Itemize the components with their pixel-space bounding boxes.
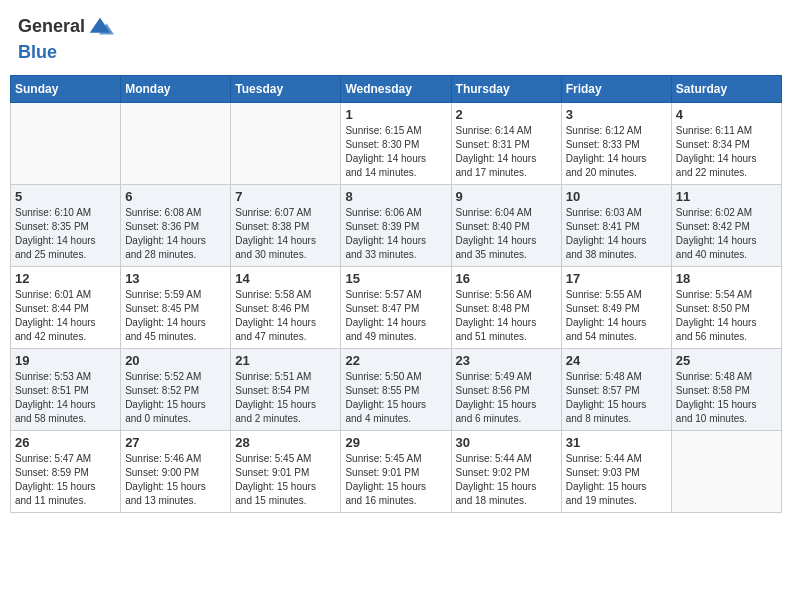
day-number: 13 — [125, 271, 226, 286]
calendar-cell: 14Sunrise: 5:58 AMSunset: 8:46 PMDayligh… — [231, 267, 341, 349]
day-info: Sunrise: 5:47 AMSunset: 8:59 PMDaylight:… — [15, 452, 116, 508]
day-header-wednesday: Wednesday — [341, 76, 451, 103]
calendar-cell: 26Sunrise: 5:47 AMSunset: 8:59 PMDayligh… — [11, 431, 121, 513]
calendar-cell: 3Sunrise: 6:12 AMSunset: 8:33 PMDaylight… — [561, 103, 671, 185]
calendar-week-3: 12Sunrise: 6:01 AMSunset: 8:44 PMDayligh… — [11, 267, 782, 349]
calendar-cell — [11, 103, 121, 185]
calendar-cell: 30Sunrise: 5:44 AMSunset: 9:02 PMDayligh… — [451, 431, 561, 513]
day-number: 11 — [676, 189, 777, 204]
day-number: 24 — [566, 353, 667, 368]
calendar-cell: 21Sunrise: 5:51 AMSunset: 8:54 PMDayligh… — [231, 349, 341, 431]
day-number: 10 — [566, 189, 667, 204]
day-info: Sunrise: 6:15 AMSunset: 8:30 PMDaylight:… — [345, 124, 446, 180]
day-info: Sunrise: 5:50 AMSunset: 8:55 PMDaylight:… — [345, 370, 446, 426]
day-info: Sunrise: 6:03 AMSunset: 8:41 PMDaylight:… — [566, 206, 667, 262]
calendar-cell: 31Sunrise: 5:44 AMSunset: 9:03 PMDayligh… — [561, 431, 671, 513]
day-number: 16 — [456, 271, 557, 286]
day-info: Sunrise: 5:48 AMSunset: 8:57 PMDaylight:… — [566, 370, 667, 426]
calendar-week-1: 1Sunrise: 6:15 AMSunset: 8:30 PMDaylight… — [11, 103, 782, 185]
day-number: 4 — [676, 107, 777, 122]
day-info: Sunrise: 6:11 AMSunset: 8:34 PMDaylight:… — [676, 124, 777, 180]
day-number: 19 — [15, 353, 116, 368]
calendar-cell: 17Sunrise: 5:55 AMSunset: 8:49 PMDayligh… — [561, 267, 671, 349]
day-number: 17 — [566, 271, 667, 286]
logo: General Blue — [18, 14, 114, 63]
day-info: Sunrise: 5:57 AMSunset: 8:47 PMDaylight:… — [345, 288, 446, 344]
calendar-cell: 9Sunrise: 6:04 AMSunset: 8:40 PMDaylight… — [451, 185, 561, 267]
calendar-cell — [231, 103, 341, 185]
day-info: Sunrise: 5:45 AMSunset: 9:01 PMDaylight:… — [235, 452, 336, 508]
calendar-cell: 13Sunrise: 5:59 AMSunset: 8:45 PMDayligh… — [121, 267, 231, 349]
calendar-cell: 5Sunrise: 6:10 AMSunset: 8:35 PMDaylight… — [11, 185, 121, 267]
day-number: 28 — [235, 435, 336, 450]
day-number: 14 — [235, 271, 336, 286]
day-info: Sunrise: 5:53 AMSunset: 8:51 PMDaylight:… — [15, 370, 116, 426]
day-info: Sunrise: 5:49 AMSunset: 8:56 PMDaylight:… — [456, 370, 557, 426]
calendar-week-2: 5Sunrise: 6:10 AMSunset: 8:35 PMDaylight… — [11, 185, 782, 267]
day-info: Sunrise: 6:12 AMSunset: 8:33 PMDaylight:… — [566, 124, 667, 180]
calendar-cell: 23Sunrise: 5:49 AMSunset: 8:56 PMDayligh… — [451, 349, 561, 431]
day-info: Sunrise: 5:54 AMSunset: 8:50 PMDaylight:… — [676, 288, 777, 344]
day-info: Sunrise: 5:48 AMSunset: 8:58 PMDaylight:… — [676, 370, 777, 426]
day-info: Sunrise: 6:10 AMSunset: 8:35 PMDaylight:… — [15, 206, 116, 262]
calendar-cell: 12Sunrise: 6:01 AMSunset: 8:44 PMDayligh… — [11, 267, 121, 349]
day-header-friday: Friday — [561, 76, 671, 103]
day-info: Sunrise: 6:06 AMSunset: 8:39 PMDaylight:… — [345, 206, 446, 262]
day-info: Sunrise: 5:44 AMSunset: 9:02 PMDaylight:… — [456, 452, 557, 508]
day-info: Sunrise: 5:55 AMSunset: 8:49 PMDaylight:… — [566, 288, 667, 344]
calendar-week-4: 19Sunrise: 5:53 AMSunset: 8:51 PMDayligh… — [11, 349, 782, 431]
day-info: Sunrise: 5:59 AMSunset: 8:45 PMDaylight:… — [125, 288, 226, 344]
day-info: Sunrise: 5:44 AMSunset: 9:03 PMDaylight:… — [566, 452, 667, 508]
day-number: 8 — [345, 189, 446, 204]
day-number: 25 — [676, 353, 777, 368]
calendar-cell: 15Sunrise: 5:57 AMSunset: 8:47 PMDayligh… — [341, 267, 451, 349]
day-header-thursday: Thursday — [451, 76, 561, 103]
day-info: Sunrise: 5:46 AMSunset: 9:00 PMDaylight:… — [125, 452, 226, 508]
day-number: 27 — [125, 435, 226, 450]
calendar-cell: 27Sunrise: 5:46 AMSunset: 9:00 PMDayligh… — [121, 431, 231, 513]
calendar-cell: 7Sunrise: 6:07 AMSunset: 8:38 PMDaylight… — [231, 185, 341, 267]
day-number: 1 — [345, 107, 446, 122]
day-info: Sunrise: 5:45 AMSunset: 9:01 PMDaylight:… — [345, 452, 446, 508]
calendar-table: SundayMondayTuesdayWednesdayThursdayFrid… — [10, 75, 782, 513]
day-info: Sunrise: 5:56 AMSunset: 8:48 PMDaylight:… — [456, 288, 557, 344]
calendar-cell: 4Sunrise: 6:11 AMSunset: 8:34 PMDaylight… — [671, 103, 781, 185]
calendar-cell: 2Sunrise: 6:14 AMSunset: 8:31 PMDaylight… — [451, 103, 561, 185]
day-header-saturday: Saturday — [671, 76, 781, 103]
page-header: General Blue — [10, 10, 782, 67]
calendar-cell: 6Sunrise: 6:08 AMSunset: 8:36 PMDaylight… — [121, 185, 231, 267]
day-number: 2 — [456, 107, 557, 122]
calendar-cell — [671, 431, 781, 513]
day-header-sunday: Sunday — [11, 76, 121, 103]
day-header-monday: Monday — [121, 76, 231, 103]
day-number: 29 — [345, 435, 446, 450]
calendar-cell: 29Sunrise: 5:45 AMSunset: 9:01 PMDayligh… — [341, 431, 451, 513]
day-number: 26 — [15, 435, 116, 450]
day-number: 31 — [566, 435, 667, 450]
calendar-cell: 24Sunrise: 5:48 AMSunset: 8:57 PMDayligh… — [561, 349, 671, 431]
calendar-cell: 8Sunrise: 6:06 AMSunset: 8:39 PMDaylight… — [341, 185, 451, 267]
calendar-cell — [121, 103, 231, 185]
day-info: Sunrise: 6:08 AMSunset: 8:36 PMDaylight:… — [125, 206, 226, 262]
calendar-cell: 25Sunrise: 5:48 AMSunset: 8:58 PMDayligh… — [671, 349, 781, 431]
day-info: Sunrise: 5:52 AMSunset: 8:52 PMDaylight:… — [125, 370, 226, 426]
day-info: Sunrise: 6:07 AMSunset: 8:38 PMDaylight:… — [235, 206, 336, 262]
logo-text: General Blue — [18, 14, 114, 63]
calendar-week-5: 26Sunrise: 5:47 AMSunset: 8:59 PMDayligh… — [11, 431, 782, 513]
day-info: Sunrise: 6:04 AMSunset: 8:40 PMDaylight:… — [456, 206, 557, 262]
calendar-cell: 22Sunrise: 5:50 AMSunset: 8:55 PMDayligh… — [341, 349, 451, 431]
calendar-header-row: SundayMondayTuesdayWednesdayThursdayFrid… — [11, 76, 782, 103]
day-number: 20 — [125, 353, 226, 368]
day-info: Sunrise: 5:58 AMSunset: 8:46 PMDaylight:… — [235, 288, 336, 344]
day-info: Sunrise: 6:02 AMSunset: 8:42 PMDaylight:… — [676, 206, 777, 262]
day-number: 21 — [235, 353, 336, 368]
day-number: 18 — [676, 271, 777, 286]
day-number: 23 — [456, 353, 557, 368]
day-info: Sunrise: 5:51 AMSunset: 8:54 PMDaylight:… — [235, 370, 336, 426]
day-number: 15 — [345, 271, 446, 286]
calendar-cell: 1Sunrise: 6:15 AMSunset: 8:30 PMDaylight… — [341, 103, 451, 185]
calendar-cell: 10Sunrise: 6:03 AMSunset: 8:41 PMDayligh… — [561, 185, 671, 267]
day-info: Sunrise: 6:01 AMSunset: 8:44 PMDaylight:… — [15, 288, 116, 344]
day-number: 30 — [456, 435, 557, 450]
day-number: 6 — [125, 189, 226, 204]
